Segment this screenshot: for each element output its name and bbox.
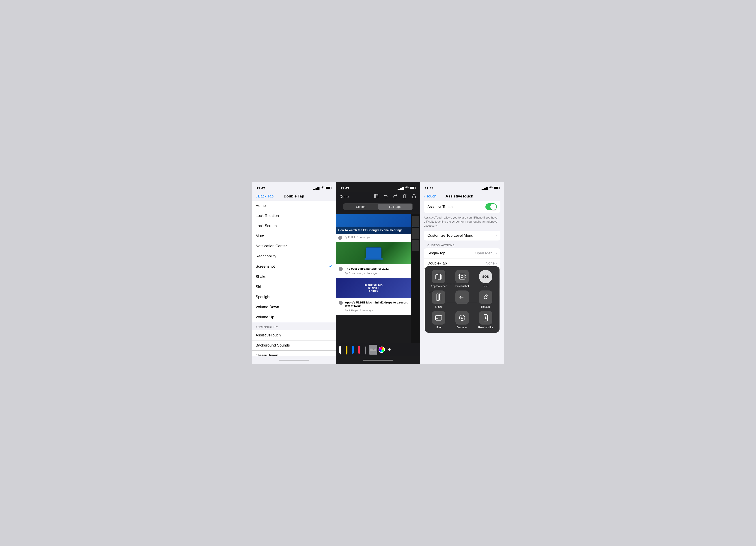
settings-row-assistivetouch[interactable]: AssistiveTouch [252,331,336,341]
settings-row-screenshot[interactable]: Screenshot ✓ [252,261,336,272]
article-image-2 [336,242,411,264]
add-tool-button[interactable]: + [386,346,393,354]
article-card-2: The best 2-in-1 laptops for 2022 By D. H… [336,242,411,278]
pen-yellow[interactable] [344,345,349,355]
siri-label: Siri [256,285,261,289]
settings-row-volumedown[interactable]: Volume Down [252,302,336,312]
battery-icon-2 [410,187,416,189]
back-arrow-icon [455,291,469,304]
screenshot-label: Screenshot [256,264,275,269]
shake-label: Shake [435,305,442,309]
settings-row-mute[interactable]: Mute [252,231,336,241]
ruler-tool[interactable] [369,345,377,355]
app-switcher-label: App Switcher [431,285,447,288]
svg-rect-8 [436,275,438,279]
thumb-3[interactable] [412,240,419,251]
shake-icon [432,291,445,304]
touch-back-button[interactable]: ‹ Touch [424,194,436,199]
settings-row-notification[interactable]: Notification Center [252,241,336,251]
share-icon[interactable] [411,194,416,200]
main-settings-group: Home Lock Rotation Lock Screen Mute Noti… [252,200,336,322]
screenshot-content: How to watch the FTX Congressional heari… [336,214,420,343]
byline-2: By D. Hardawar, an hour ago [345,272,377,275]
byline-1: By K. Holt, 3 hours ago [345,236,370,238]
home-label: Home [256,203,266,208]
svg-point-12 [461,276,463,278]
restart-label: Restart [481,305,490,309]
settings-row-home[interactable]: Home [252,201,336,211]
crop-icon[interactable] [374,194,379,200]
settings-row-reachability[interactable]: Reachability [252,251,336,261]
pen-blue[interactable] [350,345,355,355]
article-meta-1: By K. Holt, 3 hours ago [336,234,411,241]
tab-fullpage[interactable]: Full Page [378,204,413,210]
popup-restart[interactable]: Restart [475,291,496,309]
double-tap-chevron: › [495,261,497,265]
popup-apple-pay[interactable]: Pay [428,311,449,329]
back-tap-button[interactable]: ‹ Back Tap [256,194,274,199]
wifi-icon-3 [489,186,493,190]
wifi-icon-2 [405,186,409,190]
settings-row-shake[interactable]: Shake [252,272,336,282]
bgsounds-label: Background Sounds [256,343,290,348]
popup-app-switcher[interactable]: App Switcher [428,270,449,288]
at-popup-grid: App Switcher Screenshot [428,270,496,329]
screenshot-popup-label: Screenshot [455,285,469,288]
customize-chevron: › [496,233,497,237]
at-toggle-section: AssistiveTouch [420,200,504,215]
custom-actions-header: CUSTOM ACTIONS [420,242,504,248]
svg-rect-10 [441,275,442,279]
svg-rect-17 [437,294,439,300]
phone2-screenshot-editor: 11:43 ▂▄▆ Done [336,182,420,364]
delete-icon[interactable] [402,194,407,200]
status-time-2: 11:43 [340,186,349,190]
byline-3: By J. Fingas, 2 hours ago [345,309,373,312]
settings-row-siri[interactable]: Siri [252,282,336,292]
article-image-1: How to watch the FTX Congressional heari… [336,214,411,234]
sos-label: SOS [483,285,488,288]
settings-row-lockscreen[interactable]: Lock Screen [252,221,336,231]
settings-row-spotlight[interactable]: Spotlight [252,292,336,302]
settings-row-lockrotation[interactable]: Lock Rotation [252,211,336,221]
popup-back[interactable] [452,291,473,309]
svg-rect-22 [436,318,438,319]
pen-white[interactable] [338,345,343,355]
customize-menu-row[interactable]: Customize Top Level Menu › [424,230,500,240]
toolbar-icons [374,194,416,200]
popup-screenshot[interactable]: Screenshot [452,270,473,288]
settings-row-bgsounds[interactable]: Background Sounds [252,341,336,351]
redo-icon[interactable] [393,194,398,200]
undo-icon[interactable] [383,194,388,200]
article-meta-2: The best 2-in-1 laptops for 2022 By D. H… [336,264,411,278]
pen-pink[interactable] [357,345,362,355]
settings-row-volumeup[interactable]: Volume Up [252,312,336,322]
home-indicator-1 [252,356,336,364]
at-popup-menu: App Switcher Screenshot [425,266,500,333]
tab-screen[interactable]: Screen [344,204,378,210]
pen-thin[interactable] [363,345,368,355]
reachability-icon [479,311,492,325]
popup-sos[interactable]: SOS SOS [475,270,496,288]
done-button[interactable]: Done [340,194,349,199]
at-toggle-switch[interactable] [485,203,497,210]
touch-back-label: Touch [426,194,436,198]
settings-list-1: Home Lock Rotation Lock Screen Mute Noti… [252,200,336,356]
status-icons-3: ▂▄▆ [482,186,500,190]
popup-shake[interactable]: Shake [428,291,449,309]
laptop-visual [366,247,381,258]
thumbnail-strip [411,214,420,343]
double-tap-value: None › [486,261,497,265]
thumb-1[interactable] [412,215,419,227]
popup-gestures[interactable]: Gestures [452,311,473,329]
status-bar-1: 11:42 ▂▄▆ [252,182,336,192]
screenshot-main: How to watch the FTX Congressional heari… [336,214,411,343]
color-wheel[interactable] [379,347,385,353]
thumb-2[interactable] [412,228,419,239]
screenshot-toolbar: Done [336,192,420,201]
single-tap-row[interactable]: Single-Tap Open Menu › [424,248,500,258]
popup-reachability[interactable]: Reachability [475,311,496,329]
app-switcher-icon [432,270,445,283]
status-time-1: 11:42 [256,186,265,190]
settings-row-classicinvert[interactable]: Classic Invert [252,351,336,356]
svg-rect-3 [370,349,376,351]
